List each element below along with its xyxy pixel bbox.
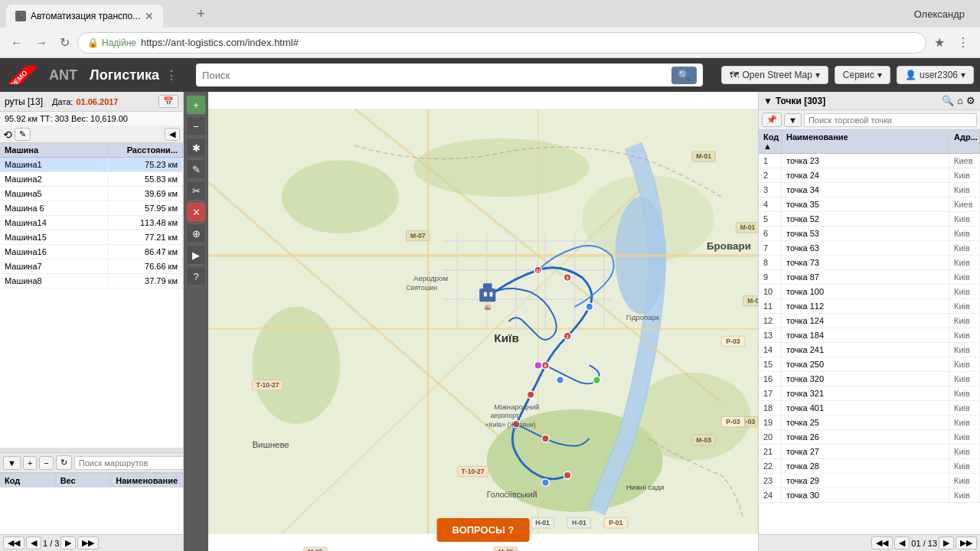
routes-collapse-btn[interactable]: ◀ xyxy=(165,128,180,141)
point-row[interactable]: 20 точка 26 Киів xyxy=(759,430,980,445)
point-row[interactable]: 15 точка 250 Киів xyxy=(759,357,980,372)
map-zoom-in-btn[interactable]: + xyxy=(186,95,206,115)
points-search-input[interactable] xyxy=(804,113,977,127)
route-row[interactable]: Машина14 113.48 км xyxy=(0,216,183,230)
routes-search-input[interactable] xyxy=(74,456,184,470)
point-row[interactable]: 8 точка 73 Киів xyxy=(759,256,980,270)
route-row[interactable]: Машина5 39.69 км xyxy=(0,187,183,201)
col-num-sort[interactable]: Код ▲ xyxy=(759,130,782,153)
map-zoom-out-btn[interactable]: − xyxy=(186,116,206,136)
route-row[interactable]: Машина16 86.47 км xyxy=(0,245,183,259)
point-row[interactable]: 23 точка 29 Киів xyxy=(759,474,980,488)
point-row[interactable]: 14 точка 241 Киів xyxy=(759,343,980,357)
point-row[interactable]: 3 точка 34 Киів xyxy=(759,183,980,197)
points-home-btn[interactable]: ⌂ xyxy=(957,95,963,106)
routes-pagination: ◀◀ ◀ 1 / 3 ▶ ▶▶ xyxy=(0,534,183,551)
svg-text:Голосіївський: Голосіївський xyxy=(487,490,537,499)
forward-btn[interactable]: → xyxy=(31,33,52,53)
points-filter-btn[interactable]: ▼ xyxy=(784,113,802,127)
new-tab-btn[interactable]: + xyxy=(197,6,205,22)
points-pin-btn[interactable]: 📌 xyxy=(762,112,782,127)
bookmark-btn[interactable]: ★ xyxy=(929,32,949,53)
routes-tool2[interactable]: ✎ xyxy=(15,128,31,141)
active-tab[interactable]: 🐜 Автоматизация транспо... ✕ xyxy=(6,5,163,28)
map-tool-help[interactable]: ? xyxy=(186,266,206,286)
refresh-btn[interactable]: ↻ xyxy=(55,32,74,53)
date-value: 01.06.2017 xyxy=(76,97,118,106)
point-addr: Киів xyxy=(949,227,980,240)
calendar-btn[interactable]: 📅 xyxy=(158,95,178,108)
routes-del-btn[interactable]: − xyxy=(39,456,53,470)
map-type-btn[interactable]: 🗺 Open Street Map ▾ xyxy=(721,66,828,84)
page-next-btn[interactable]: ▶ xyxy=(60,536,76,549)
point-row[interactable]: 5 точка 52 Киів xyxy=(759,212,980,227)
search-submit-btn[interactable]: 🔍 xyxy=(671,67,697,84)
points-next-btn[interactable]: ▶ xyxy=(939,536,954,549)
point-row[interactable]: 9 точка 87 Киів xyxy=(759,270,980,285)
point-row[interactable]: 12 точка 124 Киів xyxy=(759,314,980,328)
help-btn[interactable]: ВОПРОСЫ ? xyxy=(437,518,530,542)
points-settings-btn[interactable]: ⚙ xyxy=(966,95,975,106)
map-tool-scissors[interactable]: ✂ xyxy=(186,181,206,201)
points-first-btn[interactable]: ◀◀ xyxy=(871,536,893,549)
point-row[interactable]: 10 точка 100 Киів xyxy=(759,285,980,299)
user-btn[interactable]: 👤 user2306 ▾ xyxy=(897,66,974,84)
point-name: точка 30 xyxy=(782,488,949,502)
share-btn[interactable]: ⋮ xyxy=(165,68,178,83)
tab-close-btn[interactable]: ✕ xyxy=(145,10,154,22)
point-row[interactable]: 18 точка 401 Киів xyxy=(759,401,980,416)
routes-refresh-btn[interactable]: ↻ xyxy=(56,455,72,470)
point-row[interactable]: 24 точка 30 Киів xyxy=(759,488,980,503)
point-row[interactable]: 17 точка 321 Киів xyxy=(759,386,980,401)
point-row[interactable]: 13 точка 184 Киів xyxy=(759,328,980,343)
map-tool-location[interactable]: ⊕ xyxy=(186,223,206,243)
svg-point-1 xyxy=(282,160,399,233)
route-row[interactable]: Машина2 55.83 км xyxy=(0,172,183,187)
map-tool-pen[interactable]: ✎ xyxy=(186,159,206,179)
route-row[interactable]: Машина1 75.23 км xyxy=(0,158,183,172)
filter-btn[interactable]: ▼ xyxy=(3,456,21,470)
routes-add-btn[interactable]: + xyxy=(23,456,37,470)
service-btn[interactable]: Сервис ▾ xyxy=(835,66,890,84)
browser-menu-btn[interactable]: ⋮ xyxy=(952,32,974,53)
map-area[interactable]: + − ✱ ✎ ✂ ✕ ⊕ ▶ ? xyxy=(184,92,758,551)
route-row[interactable]: Машина7 76.66 км xyxy=(0,259,183,274)
point-row[interactable]: 7 точка 63 Киів xyxy=(759,241,980,256)
point-addr: Киів xyxy=(949,314,980,328)
chrome-user: Олександр xyxy=(914,8,965,20)
point-row[interactable]: 6 точка 53 Киів xyxy=(759,227,980,241)
point-row[interactable]: 11 точка 112 Киів xyxy=(759,299,980,314)
point-row[interactable]: 21 точка 27 Киів xyxy=(759,445,980,459)
point-row[interactable]: 4 точка 35 Киев xyxy=(759,197,980,212)
route-row[interactable]: Машина8 37.79 км xyxy=(0,274,183,289)
back-btn[interactable]: ← xyxy=(6,33,28,53)
route-machine: Машина1 xyxy=(0,158,108,171)
url-bar[interactable]: 🔒 Надійне https://ant-logistics.com/inde… xyxy=(77,32,926,54)
point-name: точка 27 xyxy=(782,445,949,458)
route-row[interactable]: Машина 6 57.95 км xyxy=(0,201,183,216)
page-prev-btn[interactable]: ◀ xyxy=(26,536,41,549)
map-tool-cancel[interactable]: ✕ xyxy=(186,202,206,222)
svg-text:Гідропарк: Гідропарк xyxy=(626,313,660,321)
point-row[interactable]: 1 точка 23 Киев xyxy=(759,154,980,168)
route-row[interactable]: Машина15 77.21 км xyxy=(0,230,183,245)
page-first-btn[interactable]: ◀◀ xyxy=(3,536,24,549)
point-row[interactable]: 16 точка 320 Киів xyxy=(759,372,980,386)
point-row[interactable]: 22 точка 28 Киів xyxy=(759,459,980,474)
blank-tab[interactable] xyxy=(163,5,194,28)
points-last-btn[interactable]: ▶▶ xyxy=(956,536,977,549)
point-row[interactable]: 19 точка 25 Киів xyxy=(759,416,980,430)
col-name-header[interactable]: Наименование xyxy=(782,130,949,153)
map-tool-star[interactable]: ✱ xyxy=(186,138,206,158)
page-last-btn[interactable]: ▶▶ xyxy=(77,536,99,549)
point-num: 16 xyxy=(759,372,782,386)
point-num: 21 xyxy=(759,445,782,458)
routes-tool1[interactable]: ⟲ xyxy=(3,129,12,141)
point-row[interactable]: 2 точка 24 Киів xyxy=(759,168,980,183)
map-tool-play[interactable]: ▶ xyxy=(186,245,206,265)
points-search-icon-btn[interactable]: 🔍 xyxy=(942,95,954,106)
point-addr: Киев xyxy=(949,197,980,211)
search-input[interactable] xyxy=(202,70,671,81)
route-distance: 76.66 км xyxy=(108,259,183,273)
points-prev-btn[interactable]: ◀ xyxy=(894,536,910,549)
